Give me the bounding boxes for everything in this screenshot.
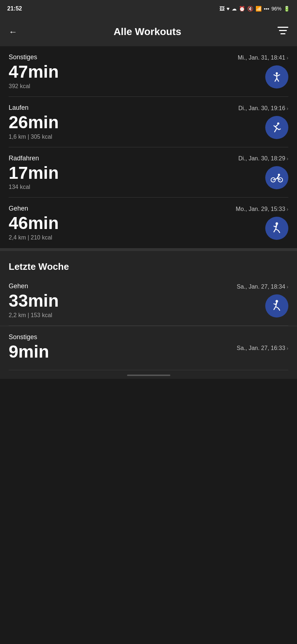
battery-icon: 🔋 <box>284 6 290 12</box>
workout-icon <box>265 116 288 139</box>
status-time: 21:52 <box>7 5 22 12</box>
workout-date: Mo., Jan. 29, 15:33 › <box>236 206 288 212</box>
svg-rect-1 <box>279 30 287 31</box>
workout-duration: 17min <box>9 164 238 183</box>
workout-type: Sonstiges <box>9 53 238 61</box>
workout-item[interactable]: Radfahren 17min 134 kcal Di., Jan. 30, 1… <box>0 147 297 198</box>
workout-info: Sonstiges 47min 392 kcal <box>9 53 238 90</box>
workout-item[interactable]: Sonstiges 9min Sa., Jan. 27, 16:33 › <box>0 326 297 370</box>
workout-duration: 46min <box>9 214 236 233</box>
workout-duration: 33min <box>9 291 237 311</box>
workout-icon <box>265 294 288 317</box>
page-title: Alle Workouts <box>114 26 182 38</box>
workout-details: 392 kcal <box>9 83 238 90</box>
mute-icon: 🔇 <box>247 6 253 12</box>
workout-date: Sa., Jan. 27, 18:34 › <box>237 284 288 290</box>
workout-right: Mo., Jan. 29, 15:33 › <box>236 206 288 240</box>
workout-details: 1,6 km | 305 kcal <box>9 134 238 140</box>
workout-duration: 9min <box>9 342 237 362</box>
workout-right: Sa., Jan. 27, 18:34 › <box>237 284 288 317</box>
scroll-indicator <box>127 375 170 376</box>
workout-icon <box>265 65 288 88</box>
svg-rect-0 <box>278 27 288 28</box>
back-button[interactable]: ← <box>9 27 17 37</box>
app-header: ← Alle Workouts <box>0 17 297 46</box>
workout-icon <box>265 166 288 189</box>
workout-details: 2,4 km | 210 kcal <box>9 234 236 241</box>
workout-date: Mi., Jan. 31, 18:41 › <box>238 55 288 61</box>
workout-item[interactable]: Laufen 26min 1,6 km | 305 kcal Di., Jan.… <box>0 97 297 147</box>
workout-right: Mi., Jan. 31, 18:41 › <box>238 55 288 88</box>
chevron-right-icon: › <box>287 345 288 351</box>
chevron-right-icon: › <box>287 156 288 161</box>
last-week-section: Letzte Woche Gehen 33min 2,2 km | 153 kc… <box>0 251 297 379</box>
svg-point-14 <box>276 300 278 303</box>
section-divider <box>0 248 297 251</box>
workout-type: Gehen <box>9 205 236 212</box>
workout-date: Di., Jan. 30, 18:29 › <box>238 155 288 162</box>
workout-type: Gehen <box>9 282 237 290</box>
chevron-right-icon: › <box>287 55 288 61</box>
battery-percent: 96% <box>271 6 281 12</box>
cloud-icon: ☁ <box>232 6 237 12</box>
workout-type: Sonstiges <box>9 333 237 341</box>
workout-date: Di., Jan. 30, 19:16 › <box>238 105 288 112</box>
section-title: Letzte Woche <box>0 251 297 275</box>
chevron-right-icon: › <box>287 284 288 290</box>
workout-icon <box>265 217 288 240</box>
workout-type: Laufen <box>9 104 238 112</box>
workout-info: Sonstiges 9min <box>9 333 237 363</box>
svg-line-7 <box>275 78 277 81</box>
workout-right: Di., Jan. 30, 18:29 › <box>238 155 288 189</box>
workout-item[interactable]: Sonstiges 47min 392 kcal Mi., Jan. 31, 1… <box>0 46 297 97</box>
workout-details: 2,2 km | 153 kcal <box>9 312 237 319</box>
workout-item[interactable]: Gehen 46min 2,4 km | 210 kcal Mo., Jan. … <box>0 198 297 248</box>
status-icons: 🖼 ♥ ☁ ⏰ 🔇 📶 ▪▪▪ 96% 🔋 <box>219 6 290 12</box>
alarm-icon: ⏰ <box>239 6 245 12</box>
workout-item[interactable]: Gehen 33min 2,2 km | 153 kcal Sa., Jan. … <box>0 275 297 326</box>
workout-duration: 47min <box>9 62 238 82</box>
workout-duration: 26min <box>9 113 238 132</box>
wifi-icon: 📶 <box>255 6 262 12</box>
workout-info: Laufen 26min 1,6 km | 305 kcal <box>9 104 238 140</box>
signal-icon: ▪▪▪ <box>264 6 269 12</box>
workout-info: Gehen 46min 2,4 km | 210 kcal <box>9 205 236 241</box>
workout-type: Radfahren <box>9 155 238 162</box>
photo-icon: 🖼 <box>219 6 224 12</box>
svg-point-9 <box>277 122 279 125</box>
svg-rect-2 <box>280 33 285 34</box>
workout-right: Sa., Jan. 27, 16:33 › <box>237 345 288 351</box>
svg-point-13 <box>276 222 278 225</box>
workout-details: 134 kcal <box>9 184 238 190</box>
chevron-right-icon: › <box>287 105 288 111</box>
filter-button[interactable] <box>278 27 288 37</box>
chevron-right-icon: › <box>287 206 288 212</box>
heart-icon: ♥ <box>227 6 230 12</box>
workout-info: Gehen 33min 2,2 km | 153 kcal <box>9 282 237 319</box>
workout-date: Sa., Jan. 27, 16:33 › <box>237 345 288 351</box>
svg-line-8 <box>277 78 279 81</box>
workout-info: Radfahren 17min 134 kcal <box>9 155 238 191</box>
this-week-section: Sonstiges 47min 392 kcal Mi., Jan. 31, 1… <box>0 46 297 248</box>
workout-right: Di., Jan. 30, 19:16 › <box>238 105 288 139</box>
status-bar: 21:52 🖼 ♥ ☁ ⏰ 🔇 📶 ▪▪▪ 96% 🔋 <box>0 0 297 17</box>
